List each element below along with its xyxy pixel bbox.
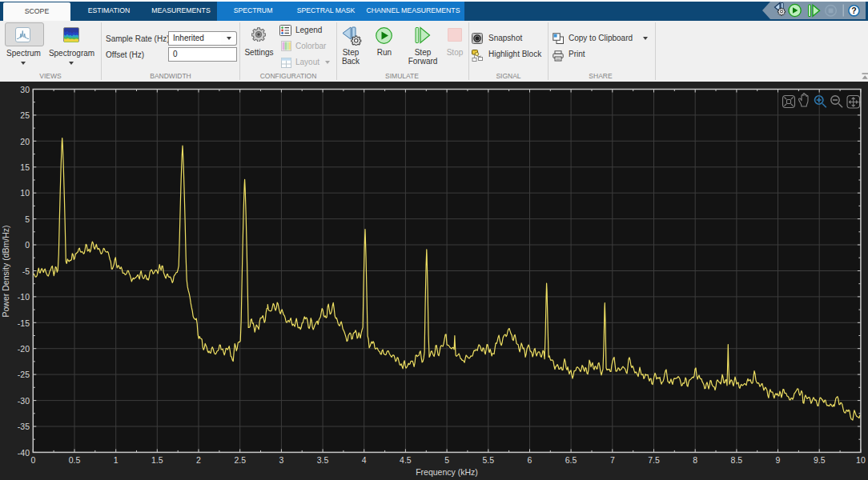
svg-text:Power Density (dBm/Hz): Power Density (dBm/Hz): [1, 226, 10, 318]
svg-text:8: 8: [693, 455, 697, 465]
svg-text:-40: -40: [18, 448, 30, 458]
svg-text:5.5: 5.5: [482, 455, 494, 465]
svg-text:3: 3: [279, 455, 283, 465]
svg-text:0: 0: [30, 455, 35, 465]
svg-text:6.5: 6.5: [565, 455, 577, 465]
svg-text:5: 5: [25, 214, 30, 224]
svg-text:9: 9: [776, 455, 781, 465]
svg-text:-10: -10: [18, 292, 30, 302]
svg-text:25: 25: [20, 110, 30, 120]
svg-text:6: 6: [528, 455, 532, 465]
svg-text:Frequency (kHz): Frequency (kHz): [416, 467, 478, 477]
svg-text:10: 10: [20, 188, 30, 198]
svg-text:7.5: 7.5: [648, 455, 660, 465]
svg-text:30: 30: [20, 85, 30, 94]
svg-text:9.5: 9.5: [814, 455, 826, 465]
svg-text:2.5: 2.5: [234, 455, 246, 465]
svg-text:0.5: 0.5: [69, 455, 81, 465]
svg-text:1: 1: [114, 455, 119, 465]
svg-text:-5: -5: [22, 266, 30, 276]
svg-text:4: 4: [362, 455, 367, 465]
svg-text:10: 10: [856, 455, 866, 465]
svg-text:5: 5: [444, 455, 449, 465]
svg-text:-20: -20: [18, 344, 30, 354]
svg-text:-35: -35: [18, 422, 30, 431]
svg-text:1.5: 1.5: [151, 455, 163, 465]
svg-text:20: 20: [20, 137, 30, 146]
svg-text:7: 7: [610, 455, 615, 465]
svg-text:0: 0: [25, 240, 30, 250]
svg-text:4.5: 4.5: [400, 455, 412, 465]
svg-text:8.5: 8.5: [731, 455, 743, 465]
svg-text:-30: -30: [18, 396, 30, 406]
svg-text:3.5: 3.5: [317, 455, 329, 465]
svg-text:-15: -15: [18, 318, 30, 328]
svg-text:15: 15: [20, 162, 30, 172]
svg-text:?: ?: [851, 6, 856, 15]
svg-text:-25: -25: [18, 370, 30, 379]
svg-text:2: 2: [196, 455, 201, 465]
